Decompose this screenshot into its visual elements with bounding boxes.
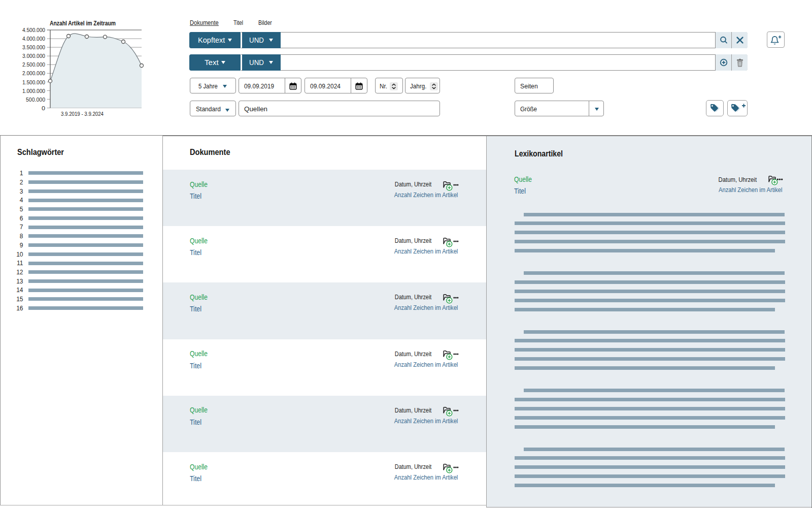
svg-text:3.500.000: 3.500.000 <box>22 44 45 50</box>
svg-text:0: 0 <box>42 105 45 111</box>
svg-text:2.000.000: 2.000.000 <box>22 70 45 76</box>
svg-text:3.000.000: 3.000.000 <box>22 53 45 59</box>
svg-text:Anzahl Artikel im Zeitraum: Anzahl Artikel im Zeitraum <box>50 20 116 27</box>
svg-text:1.500.000: 1.500.000 <box>22 79 45 85</box>
svg-text:500.000: 500.000 <box>26 97 45 103</box>
svg-text:2.500.000: 2.500.000 <box>22 61 45 68</box>
svg-text:4.000.000: 4.000.000 <box>22 36 45 42</box>
svg-text:1.000.000: 1.000.000 <box>22 88 45 94</box>
svg-text:3.9.2019 - 3.9.2024: 3.9.2019 - 3.9.2024 <box>61 111 104 117</box>
svg-text:4.500.000: 4.500.000 <box>22 27 45 33</box>
